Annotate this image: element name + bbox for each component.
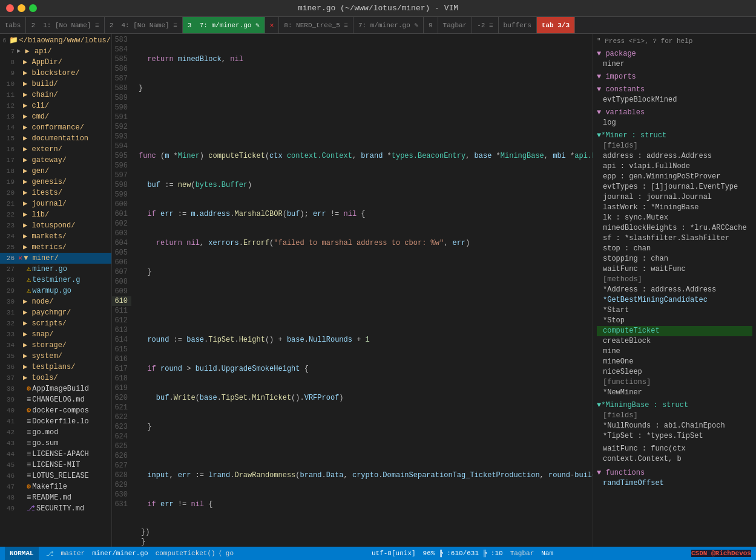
close-button[interactable] <box>6 4 14 12</box>
tagbar-journal: journal : journal.Journal <box>597 192 752 203</box>
tree-lotus-release[interactable]: 46 ≡ LOTUS_RELEASE <box>0 470 111 481</box>
tree-itests[interactable]: 20 ▶ itests/ <box>0 187 111 198</box>
tree-journal[interactable]: 21 ▶ journal/ <box>0 198 111 209</box>
tree-license-apache[interactable]: 44 ≡ LICENSE-APACH <box>0 449 111 460</box>
tagbar-sf: sf : *slashfilter.SlashFilter <box>597 233 752 244</box>
tree-gateway[interactable]: 17 ▶ gateway/ <box>0 155 111 166</box>
code-lines[interactable]: return minedBlock, nil } func (m *Miner)… <box>136 34 593 527</box>
tab-bar: tabs 2 1: [No Name] ≡ 2 4: [No Name] ≡ 3… <box>0 17 756 34</box>
folder-icon: 📁 <box>9 36 18 45</box>
tree-cli[interactable]: 12 ▶ cli/ <box>0 100 111 111</box>
tree-warmup[interactable]: 29 ⚠ warmup.go <box>0 285 111 296</box>
tagbar-nicesleep: niceSleep <box>597 367 752 377</box>
tree-markets[interactable]: 24 ▶ markets/ <box>0 231 111 242</box>
tab-4-no-name[interactable]: 2 4: [No Name] ≡ <box>105 17 183 33</box>
tree-node[interactable]: 30 ▶ node/ <box>0 296 111 307</box>
tree-genesis[interactable]: 19 ▶ genesis/ <box>0 177 111 187</box>
status-name: Nam <box>541 550 553 557</box>
tagbar-miningbase-struct: ▼*MiningBase : struct <box>597 400 752 411</box>
code-footer: }) } <box>112 527 593 547</box>
code-line-596: buf.Write(base.TipSet.MinTicket().VRFPro… <box>136 393 593 403</box>
tree-gen[interactable]: 18 ▶ gen/ <box>0 166 111 177</box>
minimize-button[interactable] <box>18 4 25 12</box>
tree-root[interactable]: 6 📁 </biaowang/www/lotus/ <box>0 35 111 46</box>
code-line-587: func (m *Miner) computeTicket(ctx contex… <box>136 151 593 161</box>
tree-appdir[interactable]: 8 ▶ AppDir/ <box>0 57 111 68</box>
tab-nerd-tree[interactable]: 8: NERD_tree_5 ≡ <box>279 17 353 33</box>
tree-tools[interactable]: 37 ▶ tools/ <box>0 373 111 383</box>
tree-cmd[interactable]: 13 ▶ cmd/ <box>0 111 111 122</box>
tree-makefile[interactable]: 47 ⚙ Makefile <box>0 481 111 492</box>
tree-gomod[interactable]: 42 ≡ go.mod <box>0 427 111 438</box>
tagbar-createblock: createBlock <box>597 336 752 347</box>
status-mode: NORMAL <box>5 547 39 560</box>
tab-tabs[interactable]: tabs <box>0 17 26 33</box>
tree-lib[interactable]: 22 ▶ lib/ <box>0 209 111 220</box>
tree-readme[interactable]: 48 ≡ README.md <box>0 492 111 503</box>
maximize-button[interactable] <box>29 4 37 12</box>
code-line-584: } <box>136 83 593 93</box>
tagbar-start: *Start <box>597 305 752 316</box>
tagbar-epp: epp : gen.WinningPoStProver <box>597 172 752 182</box>
tree-scripts[interactable]: 32 ▶ scripts/ <box>0 318 111 329</box>
tree-testplans[interactable]: 36 ▶ testplans/ <box>0 362 111 373</box>
tagbar-log: log <box>597 118 752 128</box>
tagbar-newminer: *NewMiner <box>597 388 752 398</box>
tagbar-methods: [methods] <box>597 275 752 285</box>
tree-documentation[interactable]: 15 ▶ documentation <box>0 133 111 144</box>
tagbar-help: " Press <F1>, ? for help <box>597 36 752 47</box>
tab-buffers-label[interactable]: buffers <box>499 17 537 33</box>
tree-lotuspond[interactable]: 23 ▶ lotuspond/ <box>0 220 111 231</box>
tree-metrics[interactable]: 25 ▶ metrics/ <box>0 242 111 253</box>
tab-miner-2[interactable]: 7: m/miner.go ✎ <box>353 17 424 33</box>
tagbar-panel[interactable]: " Press <F1>, ? for help ▼ package miner… <box>593 34 756 547</box>
tab-minus2[interactable]: -2 ≡ <box>472 17 498 33</box>
tab-tagbar[interactable]: Tagbar <box>438 17 473 33</box>
tree-miner[interactable]: 26 ✕ ▼ miner/ <box>0 253 111 264</box>
tree-changelog[interactable]: 39 ≡ CHANGELOG.md <box>0 394 111 405</box>
tree-system[interactable]: 35 ▶ system/ <box>0 351 111 362</box>
tab-9[interactable]: 9 <box>424 17 438 33</box>
tree-storage[interactable]: 34 ▶ storage/ <box>0 340 111 351</box>
tree-dockerfile[interactable]: 41 ≡ Dockerfile.lo <box>0 416 111 427</box>
tree-api[interactable]: 7 ▶ ▶ api/ <box>0 46 111 57</box>
tagbar-imports-label: ▼ imports <box>597 72 752 82</box>
tree-license-mit[interactable]: 45 ≡ LICENSE-MIT <box>0 460 111 470</box>
watermark: CSDN @RichDevos <box>691 550 751 557</box>
tagbar-constants-label: ▼ constants <box>597 85 752 95</box>
tree-gosum[interactable]: 43 ≡ go.sum <box>0 438 111 449</box>
status-right: utf-8[unix] 96% ╠ :610/631 ╠ :10 Tagbar … <box>372 550 553 557</box>
code-line-599: input, err := lrand.DrawRandomness(brand… <box>136 470 593 480</box>
tagbar-computeticket[interactable]: computeTicket <box>597 326 752 336</box>
tab-miner-active[interactable]: 3 7: m/miner.go ✎ <box>183 17 265 33</box>
tagbar-mine: mine <box>597 347 752 357</box>
tree-appimage[interactable]: 38 ⚙ AppImageBuild <box>0 383 111 394</box>
tree-paychmgr[interactable]: 31 ▶ paychmgr/ <box>0 307 111 318</box>
tab-close[interactable]: ✕ <box>265 17 280 33</box>
tree-snap[interactable]: 33 ▶ snap/ <box>0 329 111 340</box>
code-line-588: buf := new(bytes.Buffer) <box>136 180 593 190</box>
code-line-594: round := base.TipSet.Height() + base.Nul… <box>136 335 593 345</box>
tagbar-nullrounds: *NullRounds : abi.ChainEpoch <box>597 421 752 431</box>
tab-1-no-name[interactable]: 2 1: [No Name] ≡ <box>26 17 104 33</box>
tree-conformance[interactable]: 14 ▶ conformance/ <box>0 122 111 133</box>
tagbar-evttypes: evtTypes : [1]journal.EventType <box>597 182 752 192</box>
tagbar-getbestmining: *GetBestMiningCandidatec <box>597 295 752 305</box>
tree-security[interactable]: 49 ⎇ SECURITY.md <box>0 503 111 514</box>
tagbar-package-value: miner <box>597 59 752 70</box>
title-bar: miner.go (~/www/lotus/miner) - VIM <box>0 0 756 17</box>
code-scroll[interactable]: 583 584 585 586 587 588 589 590 591 592 … <box>112 34 593 527</box>
tree-chain[interactable]: 11 ▶ chain/ <box>0 90 111 100</box>
file-tree[interactable]: 6 📁 </biaowang/www/lotus/ 7 ▶ ▶ api/ 8 ▶… <box>0 34 112 547</box>
tree-extern[interactable]: 16 ▶ extern/ <box>0 144 111 155</box>
tagbar-evt-type: evtTypeBlockMined <box>597 95 752 105</box>
tagbar-functions-label: ▼ functions <box>597 468 752 478</box>
tree-blockstore[interactable]: 9 ▶ blockstore/ <box>0 68 111 79</box>
tree-docker[interactable]: 40 ⚙ docker-compos <box>0 405 111 416</box>
tree-build[interactable]: 10 ▶ build/ <box>0 79 111 90</box>
main-area: 6 📁 </biaowang/www/lotus/ 7 ▶ ▶ api/ 8 ▶… <box>0 34 756 547</box>
tagbar-variables-label: ▼ variables <box>597 108 752 118</box>
tree-testminer[interactable]: 28 ⚠ testminer.g <box>0 275 111 285</box>
tagbar-miner-struct: ▼*Miner : struct <box>597 131 752 141</box>
tree-miner-go[interactable]: 27 ⚠ miner.go <box>0 264 111 275</box>
